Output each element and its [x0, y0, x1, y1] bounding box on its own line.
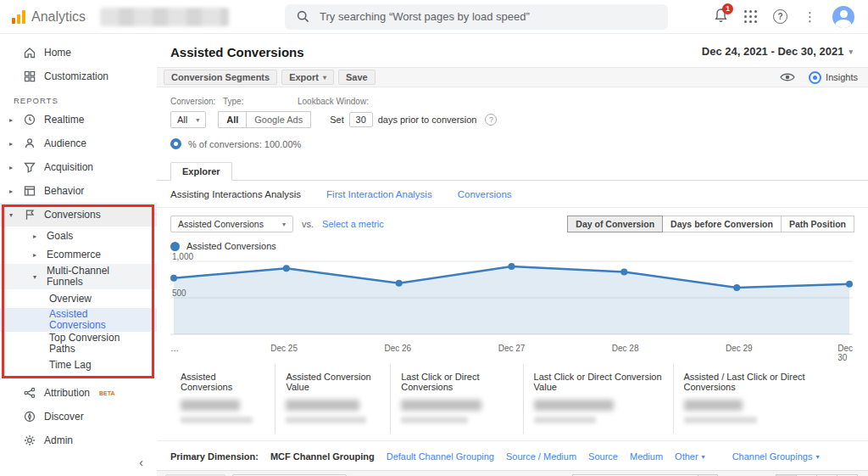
dimension-mcf-channel-grouping[interactable]: MCF Channel Grouping — [270, 451, 375, 462]
explorer-tab[interactable]: Explorer — [170, 162, 232, 181]
redacted-value — [534, 400, 614, 411]
notifications-button[interactable]: 1 — [714, 8, 728, 25]
primary-dimension-bar: Primary Dimension: MCF Channel Grouping … — [157, 440, 868, 470]
beta-badge: BETA — [99, 390, 115, 396]
sidebar-item-assisted-conversions[interactable]: Assisted Conversions — [0, 308, 157, 332]
chevron-down-icon: ▾ — [196, 116, 199, 124]
lookback-window-label: Lookback Window: — [298, 97, 467, 106]
card-last-click-conversions: Last Click or Direct Conversions — [390, 364, 522, 434]
help-tooltip-icon[interactable]: ? — [485, 114, 497, 126]
chevron-right-icon: ▸ — [31, 251, 39, 259]
pct-of-conversions: % of conversions: 100.00% — [188, 139, 301, 149]
toggle-path-position[interactable]: Path Position — [781, 216, 854, 232]
card-assisted-conversions: Assisted Conversions — [170, 364, 275, 434]
eye-icon — [780, 72, 795, 82]
type-all-button[interactable]: All — [218, 111, 247, 128]
visibility-toggle-button[interactable] — [780, 72, 795, 82]
home-icon — [23, 46, 36, 59]
legend-dot-icon — [170, 242, 180, 251]
chevron-down-icon: ▾ — [849, 48, 853, 56]
card-assisted-last-click-ratio: Assisted / Last Click or Direct Conversi… — [673, 364, 868, 434]
left-navigation: Home Customization REPORTS ▸ Realtime ▸ … — [0, 34, 157, 476]
app-name: Analytics — [31, 9, 86, 25]
analytics-logo-icon — [12, 9, 25, 24]
report-action-bar: Conversion Segments Export ▾ Save Insigh… — [157, 67, 868, 87]
chevron-down-icon: ▾ — [7, 211, 15, 219]
select-a-metric-link[interactable]: Select a metric — [322, 219, 384, 229]
sidebar-item-ecommerce[interactable]: ▸ Ecommerce — [0, 245, 157, 264]
sidebar-item-behavior[interactable]: ▸ Behavior — [0, 179, 157, 203]
chevron-right-icon: ▸ — [31, 232, 39, 240]
toggle-days-before-conversion[interactable]: Days before Conversion — [662, 216, 782, 232]
apps-grid-button[interactable] — [744, 10, 757, 23]
conversion-dropdown[interactable]: All ▾ — [170, 111, 206, 128]
export-button[interactable]: Export ▾ — [281, 70, 334, 85]
user-avatar[interactable] — [832, 6, 854, 28]
redacted-subtext — [181, 417, 253, 423]
set-label: Set — [330, 115, 344, 125]
redacted-value — [181, 400, 240, 411]
sidebar-item-mcf-overview[interactable]: Overview — [0, 289, 157, 308]
sidebar-item-audience[interactable]: ▸ Audience — [0, 132, 157, 155]
sidebar-item-acquisition[interactable]: ▸ Acquisition — [0, 155, 157, 179]
sidebar-item-home[interactable]: Home — [0, 41, 157, 64]
insights-icon — [809, 71, 821, 84]
chevron-down-icon: ▾ — [31, 273, 39, 281]
chart-legend: Assisted Conversions — [157, 234, 868, 251]
save-button[interactable]: Save — [338, 70, 376, 85]
help-button[interactable]: ? — [773, 9, 787, 24]
global-search[interactable] — [285, 4, 668, 30]
sidebar-item-customization[interactable]: Customization — [0, 64, 157, 88]
sidebar-item-multi-channel-funnels[interactable]: ▾ Multi-Channel Funnels — [0, 264, 157, 289]
sidebar-item-admin[interactable]: Admin — [0, 428, 157, 452]
date-range-picker[interactable]: Dec 24, 2021 - Dec 30, 2021 ▾ — [702, 45, 853, 58]
dimension-default-channel-grouping[interactable]: Default Channel Grouping — [387, 451, 494, 462]
chart-x-axis: …Dec 25Dec 26Dec 27Dec 28Dec 29Dec 30 — [170, 344, 853, 356]
type-filter-label: Type: — [223, 97, 298, 106]
insights-button[interactable]: Insights — [809, 71, 858, 84]
y-tick-label: 500 — [172, 288, 186, 298]
sidebar-item-attribution[interactable]: Attribution BETA — [0, 381, 157, 405]
dimension-source[interactable]: Source — [588, 451, 618, 462]
analytics-home-link[interactable]: Analytics — [0, 9, 93, 25]
y-tick-label: 1,000 — [172, 252, 193, 261]
conversions-flag-icon — [23, 208, 36, 221]
dimension-source-medium[interactable]: Source / Medium — [506, 451, 576, 462]
sidebar-item-goals[interactable]: ▸ Goals — [0, 227, 157, 245]
sidebar-collapse-button[interactable]: ‹ — [139, 455, 143, 469]
search-input[interactable] — [320, 10, 656, 23]
top-app-bar: Analytics 1 ? ⋮ — [0, 0, 868, 34]
tab-conversions[interactable]: Conversions — [458, 189, 512, 199]
more-options-button[interactable]: ⋮ — [804, 9, 816, 25]
sidebar-item-top-conversion-paths[interactable]: Top Conversion Paths — [0, 332, 157, 356]
x-tick-label: Dec 27 — [498, 344, 526, 353]
conversion-segments-button[interactable]: Conversion Segments — [164, 70, 277, 85]
sidebar-item-discover[interactable]: Discover — [0, 405, 157, 428]
channel-groupings-dropdown[interactable]: Channel Groupings ▾ — [732, 451, 820, 462]
sidebar-item-conversions[interactable]: ▾ Conversions — [0, 203, 157, 227]
lookback-days-input[interactable] — [349, 112, 373, 127]
redacted-subtext — [534, 417, 596, 423]
sidebar-item-realtime[interactable]: ▸ Realtime — [0, 108, 157, 132]
x-tick-label: … — [170, 344, 179, 353]
tab-assisting-interactions-analysis[interactable]: Assisting Interactions Analysis — [170, 189, 301, 199]
metric-dropdown[interactable]: Assisted Conversions ▾ — [170, 216, 293, 232]
tab-first-interaction-analysis[interactable]: First Interaction Analysis — [326, 189, 432, 199]
dimension-medium[interactable]: Medium — [630, 451, 663, 462]
type-google-ads-button[interactable]: Google Ads — [246, 111, 311, 128]
x-tick-label: Dec 30 — [837, 344, 853, 362]
dimension-other-dropdown[interactable]: Other ▾ — [675, 451, 705, 462]
notification-badge: 1 — [722, 3, 733, 14]
conversion-filter-label: Conversion: — [170, 97, 223, 106]
redacted-subtext — [401, 417, 468, 423]
sidebar-item-time-lag[interactable]: Time Lag — [0, 356, 157, 374]
card-assisted-conversion-value: Assisted Conversion Value — [275, 364, 390, 434]
page-title: Assisted Conversions — [170, 45, 304, 59]
redacted-value — [401, 400, 481, 411]
summary-cards: Assisted Conversions Assisted Conversion… — [157, 364, 868, 434]
vs-label: vs. — [302, 219, 314, 229]
chevron-down-icon: ▾ — [702, 453, 705, 461]
gear-icon — [23, 434, 36, 447]
account-selector-redacted[interactable] — [100, 8, 229, 26]
toggle-day-of-conversion[interactable]: Day of Conversion — [567, 216, 663, 232]
